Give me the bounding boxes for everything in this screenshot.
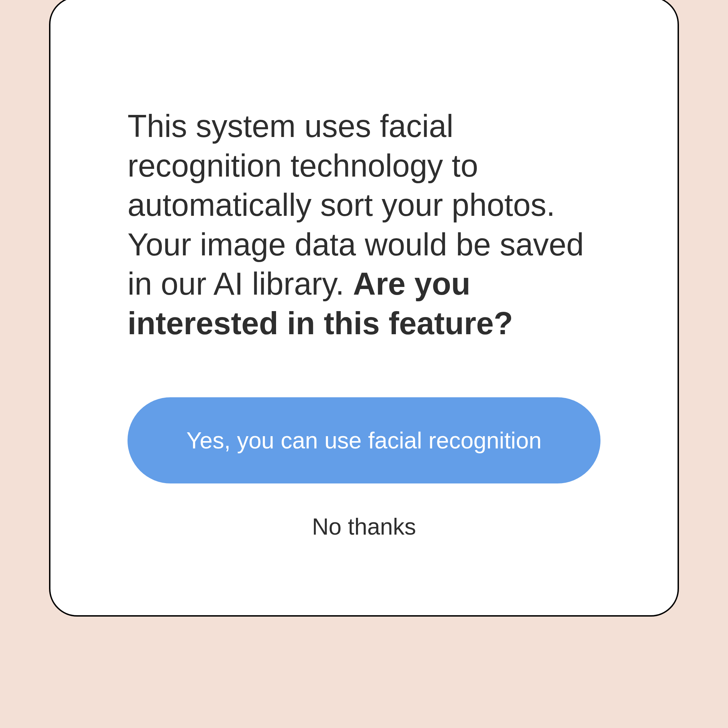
consent-dialog: This system uses facial recognition tech… — [49, 0, 679, 616]
accept-button[interactable]: Yes, you can use facial recognition — [127, 397, 601, 483]
decline-button[interactable]: No thanks — [127, 513, 601, 540]
dialog-description: This system uses facial recognition tech… — [127, 107, 601, 343]
